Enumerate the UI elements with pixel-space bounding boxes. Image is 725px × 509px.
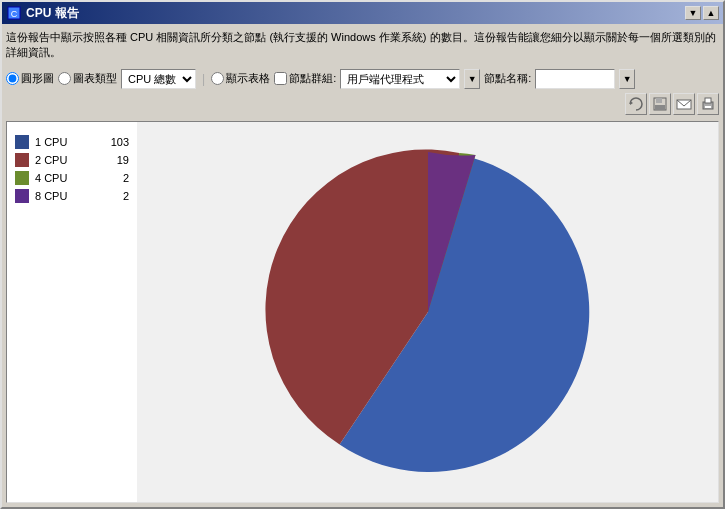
node-group-checkbox[interactable]: [274, 72, 287, 85]
maximize-button[interactable]: ▲: [703, 6, 719, 20]
description-text: 這份報告中顯示按照各種 CPU 相關資訊所分類之節點 (執行支援的 Window…: [6, 28, 719, 63]
title-buttons: ▼ ▲: [685, 6, 719, 20]
svg-rect-8: [705, 98, 711, 103]
main-panel: 1 CPU1032 CPU194 CPU28 CPU2: [6, 121, 719, 503]
cpu-count-dropdown[interactable]: CPU 總數: [121, 69, 196, 89]
print-button[interactable]: [697, 93, 719, 115]
legend-label: 8 CPU: [35, 190, 103, 202]
legend-color-box: [15, 171, 29, 185]
radio-bar-input[interactable]: [58, 72, 71, 85]
node-group-label-text: 節點群組:: [289, 71, 336, 86]
radio-pie-label[interactable]: 圓形圖: [6, 71, 54, 86]
email-icon: [676, 96, 692, 112]
save-icon: [652, 96, 668, 112]
radio-show-format-text: 顯示表格: [226, 71, 270, 86]
minimize-button[interactable]: ▼: [685, 6, 701, 20]
node-name-dropdown-button[interactable]: ▼: [619, 69, 635, 89]
radio-bar-label[interactable]: 圖表類型: [58, 71, 117, 86]
svg-marker-2: [630, 101, 633, 105]
legend-color-box: [15, 135, 29, 149]
node-group-checkbox-label[interactable]: 節點群組:: [274, 71, 336, 86]
node-name-label: 節點名稱:: [484, 71, 531, 86]
radio-show-format-input[interactable]: [211, 72, 224, 85]
window-title: CPU 報告: [26, 5, 79, 22]
refresh-button[interactable]: [625, 93, 647, 115]
legend-color-box: [15, 153, 29, 167]
radio-show-format-label[interactable]: 顯示表格: [211, 71, 270, 86]
legend-count: 19: [109, 154, 129, 166]
legend-label: 1 CPU: [35, 136, 103, 148]
legend-panel: 1 CPU1032 CPU194 CPU28 CPU2: [7, 122, 137, 502]
legend-count: 103: [109, 136, 129, 148]
refresh-icon: [628, 96, 644, 112]
legend-item: 2 CPU19: [15, 152, 129, 168]
legend-item: 8 CPU2: [15, 188, 129, 204]
legend-label: 4 CPU: [35, 172, 103, 184]
title-bar: C CPU 報告 ▼ ▲: [2, 2, 723, 24]
toolbar-icons: [625, 93, 719, 115]
toolbar: 圓形圖 圖表類型 CPU 總數 | 顯示表格 節點群組: 用戶端代理程式 ▼: [6, 67, 719, 117]
email-button[interactable]: [673, 93, 695, 115]
svg-rect-4: [656, 98, 662, 103]
node-group-expand-button[interactable]: ▼: [464, 69, 480, 89]
content-area: 這份報告中顯示按照各種 CPU 相關資訊所分類之節點 (執行支援的 Window…: [2, 24, 723, 507]
save-button[interactable]: [649, 93, 671, 115]
pie-chart: [238, 132, 618, 492]
chart-area: [137, 122, 718, 502]
node-name-input[interactable]: [535, 69, 615, 89]
svg-rect-5: [655, 105, 665, 110]
radio-pie-input[interactable]: [6, 72, 19, 85]
node-group-dropdown[interactable]: 用戶端代理程式: [340, 69, 460, 89]
main-window: C CPU 報告 ▼ ▲ 這份報告中顯示按照各種 CPU 相關資訊所分類之節點 …: [0, 0, 725, 509]
legend-count: 2: [109, 190, 129, 202]
title-bar-left: C CPU 報告: [6, 5, 79, 22]
radio-pie-text: 圓形圖: [21, 71, 54, 86]
print-icon: [700, 96, 716, 112]
legend-item: 4 CPU2: [15, 170, 129, 186]
legend-color-box: [15, 189, 29, 203]
svg-text:C: C: [11, 9, 18, 19]
window-icon: C: [6, 5, 22, 21]
legend-count: 2: [109, 172, 129, 184]
radio-bar-text: 圖表類型: [73, 71, 117, 86]
svg-rect-9: [705, 106, 711, 108]
legend-label: 2 CPU: [35, 154, 103, 166]
legend-item: 1 CPU103: [15, 134, 129, 150]
